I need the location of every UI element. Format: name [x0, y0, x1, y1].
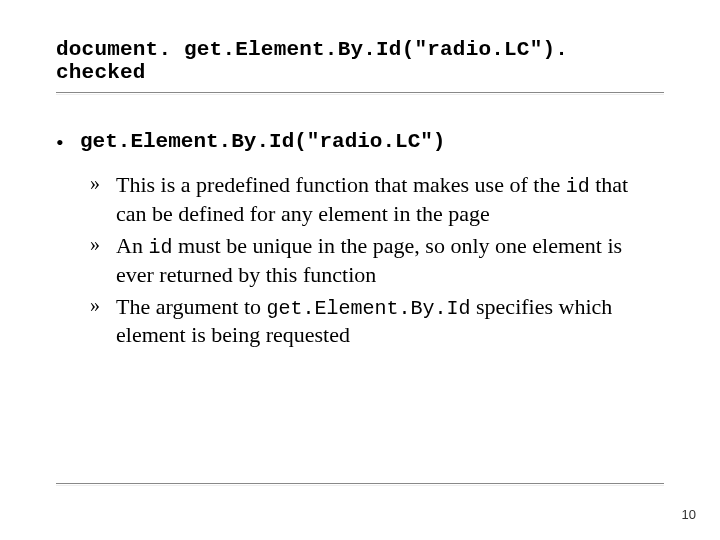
text-pre: The argument to: [116, 294, 267, 319]
slide: document. get.Element.By.Id("radio.LC").…: [0, 0, 720, 540]
bullet-level1: • get.Element.By.Id("radio.LC"): [56, 129, 664, 157]
footer-divider: [56, 483, 664, 484]
list-item: » This is a predefined function that mak…: [90, 171, 664, 228]
code-span: id: [566, 175, 590, 198]
bullet1-text: get.Element.By.Id("radio.LC"): [80, 129, 445, 157]
text-pre: An: [116, 233, 148, 258]
sub-bullet-text: This is a predefined function that makes…: [116, 171, 664, 228]
bullet2-icon: »: [90, 171, 104, 228]
list-item: » An id must be unique in the page, so o…: [90, 232, 664, 289]
title-divider: [56, 92, 664, 93]
code-span: get.Element.By.Id: [267, 297, 471, 320]
code-span: id: [148, 236, 172, 259]
bullet1-icon: •: [56, 129, 68, 157]
sub-bullet-list: » This is a predefined function that mak…: [90, 171, 664, 349]
text-post: must be unique in the page, so only one …: [116, 233, 622, 287]
sub-bullet-text: An id must be unique in the page, so onl…: [116, 232, 664, 289]
sub-bullet-text: The argument to get.Element.By.Id specif…: [116, 293, 664, 350]
bullet2-icon: »: [90, 232, 104, 289]
slide-body: • get.Element.By.Id("radio.LC") » This i…: [56, 129, 664, 349]
page-number: 10: [682, 507, 696, 522]
slide-title: document. get.Element.By.Id("radio.LC").…: [56, 38, 664, 90]
text-pre: This is a predefined function that makes…: [116, 172, 566, 197]
bullet2-icon: »: [90, 293, 104, 350]
list-item: » The argument to get.Element.By.Id spec…: [90, 293, 664, 350]
